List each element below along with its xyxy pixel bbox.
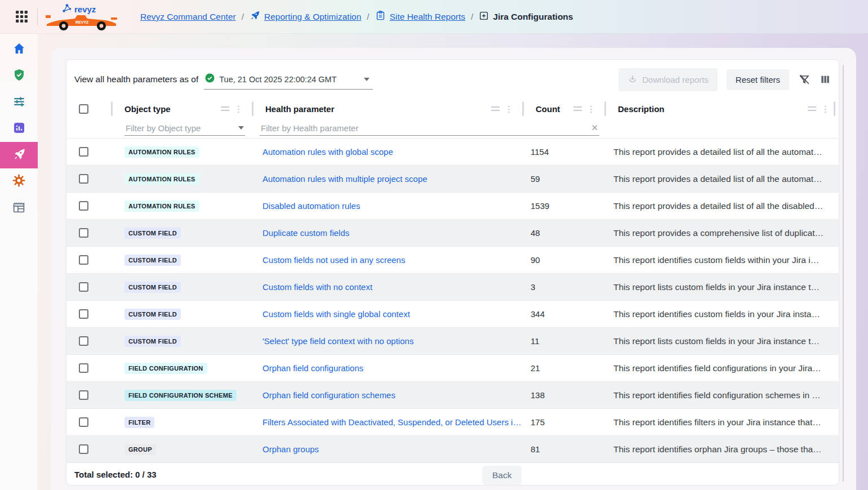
object-type-filter-select[interactable]: Filter by Object type xyxy=(124,121,245,136)
table-row: CUSTOM FIELD Duplicate custom fields 48 … xyxy=(66,219,839,246)
reset-filters-button[interactable]: Reset filters xyxy=(727,69,789,90)
drag-handle-icon[interactable] xyxy=(491,106,500,111)
object-type-badge: FIELD CONFIGURATION SCHEME xyxy=(124,390,237,401)
row-checkbox[interactable] xyxy=(79,390,88,400)
health-reports-card: View all health parameters as of Tue, 21… xyxy=(66,59,839,485)
count-value: 11 xyxy=(531,336,540,346)
row-checkbox[interactable] xyxy=(79,147,88,157)
health-parameter-link[interactable]: Duplicate custom fields xyxy=(262,228,522,238)
filter-off-icon[interactable] xyxy=(798,73,811,86)
column-resize-handle[interactable] xyxy=(111,101,113,116)
column-resize-handle[interactable] xyxy=(522,101,524,116)
column-resize-handle[interactable] xyxy=(252,101,253,116)
description-text: This report provides a detailed list of … xyxy=(613,201,823,211)
object-type-badge: CUSTOM FIELD xyxy=(124,336,181,347)
health-parameter-link[interactable]: Orphan field configurations xyxy=(262,363,522,373)
revyz-logo[interactable]: revyz REVYZ xyxy=(43,2,127,32)
sidebar xyxy=(0,34,38,490)
health-parameter-link[interactable]: Custom fields with no context xyxy=(262,282,522,292)
description-text: This report identifies filters in your J… xyxy=(613,417,821,427)
row-checkbox[interactable] xyxy=(79,201,88,211)
breadcrumb-link-reporting[interactable]: Reporting & Optimization xyxy=(264,12,361,22)
row-checkbox[interactable] xyxy=(79,228,88,238)
chevron-down-icon xyxy=(238,126,244,130)
row-checkbox[interactable] xyxy=(79,336,88,346)
drag-handle-icon[interactable] xyxy=(573,106,582,111)
object-type-badge: AUTOMATION RULES xyxy=(124,146,199,158)
table-row: AUTOMATION RULES Disabled automation rul… xyxy=(66,192,839,219)
column-menu-icon[interactable]: ⋮ xyxy=(234,105,243,113)
table-row: FILTER Filters Associated with Deactivat… xyxy=(66,408,839,435)
sidebar-item-security[interactable] xyxy=(0,63,38,89)
download-reports-button[interactable]: Download reports xyxy=(618,68,718,91)
row-checkbox[interactable] xyxy=(79,282,88,292)
health-parameter-link[interactable]: Automation rules with global scope xyxy=(262,147,522,157)
row-checkbox[interactable] xyxy=(79,309,88,319)
object-type-badge: CUSTOM FIELD xyxy=(124,228,181,239)
total-selected-label: Total selected: 0 / 33 xyxy=(74,470,157,479)
top-bar: revyz REVYZ Revyz Command Center / xyxy=(0,0,868,34)
object-type-badge: FIELD CONFIGURATION xyxy=(124,363,207,374)
sidebar-item-home[interactable] xyxy=(0,36,38,63)
sidebar-item-records[interactable] xyxy=(0,195,38,221)
table-row: AUTOMATION RULES Automation rules with g… xyxy=(66,138,839,165)
view-as-of-label: View all health parameters as of xyxy=(74,74,198,84)
count-value: 21 xyxy=(531,363,540,373)
object-type-badge: CUSTOM FIELD xyxy=(124,255,181,266)
download-icon xyxy=(627,74,638,86)
sidebar-item-settings[interactable] xyxy=(0,168,38,195)
sidebar-item-configuration[interactable] xyxy=(0,89,38,115)
health-parameter-link[interactable]: Automation rules with multiple project s… xyxy=(262,174,522,184)
description-text: This report provides a detailed list of … xyxy=(613,174,822,184)
count-value: 3 xyxy=(531,282,535,292)
row-checkbox[interactable] xyxy=(79,255,88,265)
row-checkbox[interactable] xyxy=(79,444,88,454)
row-checkbox[interactable] xyxy=(79,363,88,373)
health-parameter-link[interactable]: Orphan groups xyxy=(262,444,522,454)
health-parameter-link[interactable]: Orphan field configuration schemes xyxy=(262,390,522,400)
sidebar-item-analytics[interactable] xyxy=(0,115,38,142)
select-all-checkbox[interactable] xyxy=(79,104,88,114)
snapshot-date-value: Tue, 21 Oct 2025 22:00:24 GMT xyxy=(219,75,336,84)
sidebar-item-reporting-active[interactable] xyxy=(0,142,38,168)
column-resize-handle[interactable] xyxy=(834,101,835,116)
clear-filter-icon[interactable]: ✕ xyxy=(591,123,598,133)
snapshot-date-select[interactable]: Tue, 21 Oct 2025 22:00:24 GMT xyxy=(204,69,373,90)
breadcrumb-link-command-center[interactable]: Revyz Command Center xyxy=(140,12,236,22)
description-text: This report identifies custom fields wit… xyxy=(613,255,819,265)
health-parameter-filter-input[interactable] xyxy=(261,123,587,133)
object-type-badge: AUTOMATION RULES xyxy=(124,201,199,212)
table-row: CUSTOM FIELD Custom fields with no conte… xyxy=(66,273,839,300)
table-footer: Total selected: 0 / 33 Back xyxy=(66,462,839,485)
bar-chart-icon xyxy=(12,121,26,137)
table-row: CUSTOM FIELD Custom fields with single g… xyxy=(66,300,839,327)
scrollbar[interactable] xyxy=(843,65,844,482)
drag-handle-icon[interactable] xyxy=(221,106,229,111)
object-type-badge: CUSTOM FIELD xyxy=(124,309,181,320)
health-parameter-link[interactable]: Custom fields not used in any screens xyxy=(262,255,522,265)
column-menu-icon[interactable]: ⋮ xyxy=(821,105,830,113)
column-menu-icon[interactable]: ⋮ xyxy=(587,105,595,113)
health-parameter-link[interactable]: Disabled automation rules xyxy=(262,201,522,211)
table-row: AUTOMATION RULES Automation rules with m… xyxy=(66,165,839,192)
back-button[interactable]: Back xyxy=(482,466,522,485)
row-checkbox[interactable] xyxy=(79,417,88,427)
breadcrumb-link-site-health[interactable]: Site Health Reports xyxy=(390,12,465,22)
breadcrumb-current-page: Jira Configurations xyxy=(493,12,573,22)
app-switcher-grid-icon[interactable] xyxy=(14,9,29,25)
count-value: 175 xyxy=(531,417,545,427)
plus-square-icon xyxy=(479,11,489,23)
count-value: 59 xyxy=(531,174,540,184)
health-parameter-link[interactable]: Custom fields with single global context xyxy=(262,309,522,319)
column-resize-handle[interactable] xyxy=(604,101,606,116)
drag-handle-icon[interactable] xyxy=(808,106,816,111)
columns-icon[interactable] xyxy=(820,74,831,85)
column-menu-icon[interactable]: ⋮ xyxy=(505,105,513,113)
health-parameter-link[interactable]: Filters Associated with Deactivated, Sus… xyxy=(262,417,522,427)
chevron-down-icon xyxy=(364,78,370,81)
card-toolbar: View all health parameters as of Tue, 21… xyxy=(66,60,839,99)
health-parameter-link[interactable]: 'Select' type field context with no opti… xyxy=(262,336,522,346)
table-row: CUSTOM FIELD Custom fields not used in a… xyxy=(66,246,839,273)
description-text: This report lists custom fields in your … xyxy=(613,282,820,292)
row-checkbox[interactable] xyxy=(79,174,88,184)
